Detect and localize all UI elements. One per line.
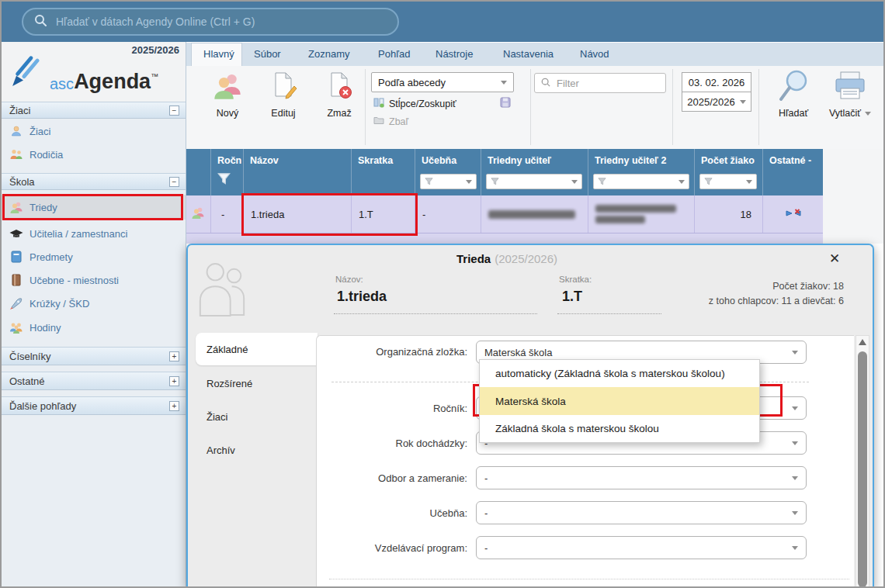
header-cell-rocnik[interactable]: Ročn: [211, 149, 244, 195]
dialog-tab-rozsirene[interactable]: Rozšírené: [206, 378, 252, 389]
redacted-teacher-name: [595, 216, 645, 223]
sidebar-item-label: Učebne - miestnosti: [30, 275, 119, 286]
new-button-label: Nový: [217, 108, 238, 119]
expand-toggle-icon[interactable]: +: [169, 351, 179, 361]
sidebar-item-predmety[interactable]: Predmety: [2, 246, 186, 268]
expand-toggle-icon[interactable]: +: [169, 401, 179, 411]
tab-pohlad[interactable]: Pohľad: [378, 48, 410, 60]
collapse-toggle-icon[interactable]: −: [169, 105, 179, 116]
close-icon[interactable]: ✕: [824, 250, 845, 268]
annotation-box-triedy: [2, 194, 183, 220]
save-layout-icon[interactable]: [500, 97, 511, 111]
skratka-underline: [557, 313, 661, 314]
dropdown-option-materska-skola[interactable]: Materská škola: [480, 387, 759, 415]
sidebar-item-ziaci[interactable]: Žiaci: [2, 120, 186, 142]
cell-triedny-ucitel: [481, 195, 588, 233]
expand-toggle-icon[interactable]: +: [169, 376, 179, 386]
graduation-cap-icon: [9, 227, 23, 240]
new-record-icon: [212, 69, 243, 103]
column-filter-select[interactable]: [420, 174, 477, 189]
ucebna-select[interactable]: -: [476, 501, 807, 524]
print-button[interactable]: Vytlačiť: [823, 69, 877, 130]
dropdown-option-zakladna-skola[interactable]: Základná škola s materskou školou: [480, 415, 759, 442]
filter-funnel-icon: [425, 178, 433, 185]
tab-navod[interactable]: Návod: [580, 48, 609, 60]
dialog-tab-archiv[interactable]: Archív: [206, 444, 235, 456]
sidebar-group-ostatne[interactable]: Ostatné +: [2, 372, 186, 390]
search-icon: [34, 14, 47, 29]
header-cell-pocet-ziakov[interactable]: Počet žiako: [695, 149, 763, 195]
nazov-label: Názov:: [335, 275, 363, 284]
header-cell-triedny-ucitel[interactable]: Triedny učiteľ: [481, 149, 588, 195]
sidebar-item-ucitelia[interactable]: Učitelia / zamestnanci: [2, 223, 186, 244]
dialog-scrollbar[interactable]: [856, 335, 869, 588]
sidebar-group-ziaci[interactable]: Žiaci −: [2, 102, 186, 119]
collapse-toggle-icon[interactable]: −: [169, 177, 179, 187]
form-bottom-separator: [329, 579, 849, 579]
group-icon: [9, 321, 23, 334]
tab-nastavenia[interactable]: Nastavenia: [503, 48, 554, 60]
field-label-organizacna-zlozka: Organizačná zložka:: [234, 346, 467, 358]
tab-nastroje[interactable]: Nástroje: [436, 48, 473, 60]
tab-hlavny-label[interactable]: Hlavný: [203, 48, 234, 60]
header-cell-skratka[interactable]: Skratka: [352, 149, 415, 195]
glasses-hidden-icon[interactable]: [786, 208, 801, 221]
cell-pocet-ziakov: 18: [695, 195, 763, 233]
search-button[interactable]: Hľadať: [770, 69, 817, 130]
column-filter-select[interactable]: [486, 174, 582, 189]
toolbar-separator: [365, 69, 366, 145]
sidebar-group-skola[interactable]: Škola −: [2, 173, 186, 190]
sidebar-item-ucebne[interactable]: Učebne - miestnosti: [2, 269, 186, 291]
scrollbar-thumb[interactable]: [858, 351, 867, 587]
dialog-tab-ziaci[interactable]: Žiaci: [206, 411, 227, 423]
edit-button[interactable]: Edituj: [252, 69, 314, 130]
sidebar-item-hodiny[interactable]: Hodiny: [2, 316, 186, 338]
global-search-pill[interactable]: [22, 8, 399, 36]
chevron-down-icon: [792, 406, 798, 410]
delete-button[interactable]: Zmaž: [308, 69, 370, 130]
sort-order-select[interactable]: Podľa abecedy: [371, 72, 514, 92]
filter-funnel-icon: [491, 178, 499, 185]
vzdelavaci-program-value: -: [484, 542, 488, 554]
column-filter-select[interactable]: [593, 174, 689, 189]
tab-subor[interactable]: Súbor: [254, 48, 281, 60]
sidebar-item-kruzky[interactable]: Krúžky / ŠKD: [2, 292, 186, 314]
collapse-button[interactable]: Zbaľ: [373, 116, 408, 127]
search-icon: [541, 76, 550, 90]
columns-group-label: Stĺpce/Zoskupiť: [389, 99, 456, 109]
parents-icon: [9, 148, 23, 161]
new-button[interactable]: Nový: [196, 69, 259, 130]
sidebar-group-ciselniky[interactable]: Číselníky +: [2, 347, 186, 365]
column-filter-select[interactable]: [699, 174, 757, 189]
date-field[interactable]: 03. 02. 2026: [682, 72, 751, 92]
toolbar-separator: [530, 69, 531, 145]
scroll-up-icon[interactable]: [859, 339, 866, 345]
nazov-value: 1.trieda: [337, 289, 387, 305]
filter-funnel-icon[interactable]: [217, 172, 231, 189]
header-cell-triedny-ucitel-2[interactable]: Triedny učiteľ 2: [588, 149, 695, 195]
skratka-label: Skratka:: [559, 275, 592, 284]
header-cell-ucebna[interactable]: Učebňa: [415, 149, 481, 195]
trieda-dialog: Trieda(2025/2026) ✕ Názov: 1.trieda Skra…: [186, 244, 874, 588]
delete-button-label: Zmaž: [327, 108, 351, 119]
dropdown-option-automaticky[interactable]: automaticky (Základná škola s materskou …: [480, 360, 759, 387]
edit-button-label: Edituj: [271, 108, 295, 119]
filter-field[interactable]: [534, 73, 666, 93]
header-cell-ostatne[interactable]: Ostatné -: [763, 149, 823, 195]
sidebar: 2025/2026 ascAgenda™ Žiaci − Žiaci: [2, 42, 186, 586]
odbor-select[interactable]: -: [476, 466, 807, 489]
pencil-logo-icon: [9, 54, 45, 92]
sidebar-group-dalsie-pohlady[interactable]: Ďalšie pohľady +: [2, 396, 186, 415]
header-cell-nazov[interactable]: Názov: [244, 149, 352, 195]
school-year-select[interactable]: 2025/2026: [682, 92, 751, 112]
sidebar-group-label: Ostatné: [9, 375, 45, 387]
edit-document-icon: [268, 69, 299, 103]
toolbar-separator: [672, 69, 673, 145]
sidebar-item-rodicia[interactable]: Rodičia: [2, 144, 186, 165]
tab-zoznamy[interactable]: Zoznamy: [308, 48, 349, 60]
global-search-input[interactable]: [54, 15, 387, 29]
filter-input[interactable]: [555, 77, 659, 90]
columns-group-button[interactable]: Stĺpce/Zoskupiť: [373, 97, 456, 110]
sidebar-group-label: Číselníky: [9, 351, 50, 362]
vzdelavaci-program-select[interactable]: -: [476, 536, 807, 559]
